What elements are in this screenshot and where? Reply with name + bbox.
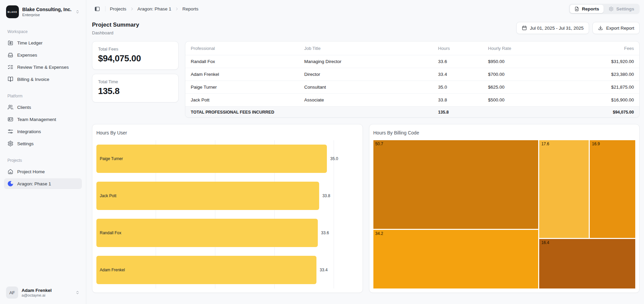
user-name: Adam Frenkel bbox=[22, 288, 72, 293]
table-cell: Consultant bbox=[299, 81, 433, 94]
table-cell: Randall Fox bbox=[185, 55, 299, 68]
sidebar-item-label: Review Time & Expenses bbox=[17, 65, 69, 70]
sidebar-item-label: Settings bbox=[17, 141, 34, 146]
table-cell: $625.00 bbox=[483, 81, 555, 94]
download-icon bbox=[598, 25, 603, 31]
column-header-fees: Fees bbox=[555, 41, 639, 55]
table-row: Paige TurnerConsultant35.0$625.00$21,875… bbox=[185, 81, 639, 94]
table-header-row: ProfessionalJob TitleHoursHourly RateFee… bbox=[185, 41, 639, 55]
bar-row-paige-turner: Paige Turner35.0 bbox=[96, 140, 334, 177]
sidebar-section-label: Platform bbox=[4, 94, 82, 98]
avatar: AF bbox=[6, 286, 18, 299]
treemap-cell-value: 16.9 bbox=[592, 142, 600, 146]
table-cell: 33.4 bbox=[433, 68, 483, 81]
sidebar-item-project-home[interactable]: Project Home bbox=[4, 166, 82, 177]
table-cell: Managing Director bbox=[299, 55, 433, 68]
sidebar-item-label: Time Ledger bbox=[17, 40, 42, 45]
org-switcher[interactable]: BLAKE Blake Consulting, Inc. Enterprise bbox=[3, 3, 83, 20]
table-cell: $23,380.00 bbox=[555, 68, 639, 81]
org-logo-text: BLAKE bbox=[8, 11, 18, 13]
bar: Paige Turner bbox=[96, 145, 327, 173]
bar-value-label: 35.0 bbox=[330, 156, 338, 161]
table-cell: Director bbox=[299, 68, 433, 81]
chevrons-up-down-icon bbox=[75, 290, 80, 295]
summary-card-total-time: Total Time135.8 bbox=[92, 74, 179, 102]
sidebar-item-time-ledger[interactable]: Time Ledger bbox=[4, 37, 82, 48]
table-cell: Adam Frenkel bbox=[185, 68, 299, 81]
tab-reports[interactable]: Reports bbox=[570, 5, 604, 13]
tab-label: Reports bbox=[582, 6, 599, 11]
content: Total Fees$94,075.00Total Time135.8 Prof… bbox=[86, 35, 644, 293]
table-cell: Paige Turner bbox=[185, 81, 299, 94]
bar-chart: Paige Turner35.0Jack Pott33.8Randall Fox… bbox=[96, 140, 334, 288]
gear-icon bbox=[609, 6, 614, 11]
users-icon bbox=[7, 104, 13, 110]
sidebar-section-label: Workspace bbox=[4, 29, 82, 34]
export-report-button[interactable]: Export Report bbox=[592, 22, 640, 34]
breadcrumb-item-projects[interactable]: Projects bbox=[110, 6, 126, 11]
total-row-fees: $94,075.00 bbox=[555, 107, 639, 118]
tab-settings[interactable]: Settings bbox=[604, 5, 639, 13]
topbar: ProjectsAragon: Phase 1Reports ReportsSe… bbox=[86, 0, 644, 16]
sidebar-item-label: Billing & Invoice bbox=[17, 77, 49, 82]
treemap-chart: 50.734.217.616.916.4 bbox=[373, 140, 636, 288]
sidebar-item-review-time-expenses[interactable]: Review Time & Expenses bbox=[4, 62, 82, 72]
chart-title: Hours By User bbox=[96, 130, 359, 135]
sidebar-item-label: Project Home bbox=[17, 169, 45, 174]
table-cell: $31,920.00 bbox=[555, 55, 639, 68]
sidebar-toggle-button[interactable] bbox=[92, 4, 102, 13]
sidebar-item-team-management[interactable]: Team Management bbox=[4, 114, 82, 125]
sidebar-item-aragon-phase-1[interactable]: Aragon: Phase 1 bbox=[4, 178, 82, 189]
sidebar-section-workspace: WorkspaceTime LedgerExpensesReview Time … bbox=[0, 29, 86, 85]
folder-clock-icon bbox=[7, 40, 13, 46]
total-row-label: TOTAL PROFESSIONAL FEES INCURRED bbox=[185, 107, 433, 118]
bar-category-label: Paige Turner bbox=[100, 156, 123, 161]
table-cell: 33.6 bbox=[433, 55, 483, 68]
table-cell: $16,900.00 bbox=[555, 94, 639, 107]
chart-title: Hours By Billing Code bbox=[373, 130, 636, 135]
id-card-icon bbox=[7, 116, 13, 122]
list-checks-icon bbox=[7, 64, 13, 70]
gridline bbox=[334, 140, 334, 288]
table-cell: 33.8 bbox=[433, 94, 483, 107]
sidebar-section-label: Projects bbox=[4, 158, 82, 163]
total-row-hours: 135.8 bbox=[433, 107, 483, 118]
column-header-professional: Professional bbox=[185, 41, 299, 55]
treemap-cell-value: 50.7 bbox=[375, 142, 383, 146]
breadcrumb-item-aragon-phase-1[interactable]: Aragon: Phase 1 bbox=[137, 6, 172, 11]
table-cell: $950.00 bbox=[483, 55, 555, 68]
user-menu[interactable]: AF Adam Frenkel a@octayne.ai bbox=[3, 284, 83, 301]
bar: Jack Pott bbox=[96, 182, 319, 210]
bar-row-randall-fox: Randall Fox33.6 bbox=[96, 214, 334, 251]
sidebar-item-billing-invoice[interactable]: Billing & Invoice bbox=[4, 74, 82, 85]
panel-left-icon bbox=[94, 6, 100, 12]
sidebar-item-clients[interactable]: Clients bbox=[4, 102, 82, 113]
tab-label: Settings bbox=[616, 6, 634, 11]
treemap-cell-value: 16.4 bbox=[541, 240, 549, 245]
org-logo: BLAKE bbox=[6, 5, 19, 18]
sidebar-item-settings[interactable]: Settings bbox=[4, 138, 82, 149]
table-row: Randall FoxManaging Director33.6$950.00$… bbox=[185, 55, 639, 68]
column-header-hours: Hours bbox=[433, 41, 483, 55]
bar-category-label: Adam Frenkel bbox=[100, 268, 125, 272]
topbar-divider bbox=[105, 6, 105, 11]
date-range-button[interactable]: Jul 01, 2025 - Jul 31, 2025 bbox=[516, 22, 589, 34]
column-header-job-title: Job Title bbox=[299, 41, 433, 55]
fees-table-card: ProfessionalJob TitleHoursHourly RateFee… bbox=[185, 41, 640, 118]
sidebar-item-label: Integrations bbox=[17, 129, 41, 134]
sidebar-nav: WorkspaceTime LedgerExpensesReview Time … bbox=[0, 20, 86, 281]
avatar-initials: AF bbox=[9, 290, 15, 295]
bar: Adam Frenkel bbox=[96, 256, 316, 284]
page-subtitle: Dashboard bbox=[92, 30, 139, 35]
treemap-cell-value: 17.6 bbox=[541, 142, 549, 146]
view-switcher: ReportsSettings bbox=[569, 4, 640, 14]
table-row: Adam FrenkelDirector33.4$700.00$23,380.0… bbox=[185, 68, 639, 81]
inbox-icon bbox=[7, 52, 13, 58]
sidebar-item-expenses[interactable]: Expenses bbox=[4, 50, 82, 60]
sidebar-item-integrations[interactable]: Integrations bbox=[4, 126, 82, 137]
bar-row-jack-pott: Jack Pott33.8 bbox=[96, 177, 334, 214]
chev-right-icon bbox=[130, 7, 134, 11]
bar-row-adam-frenkel: Adam Frenkel33.4 bbox=[96, 251, 334, 288]
gear-icon bbox=[7, 141, 13, 147]
file-chart-icon bbox=[574, 6, 579, 11]
